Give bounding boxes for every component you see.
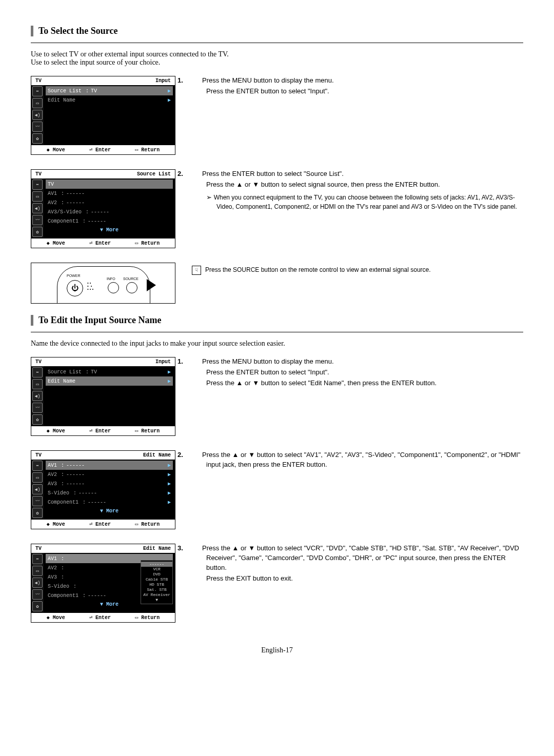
remote-label-power: POWER [67, 274, 80, 277]
osd-row-av2[interactable]: AV2:------ [46, 198, 173, 207]
osd-row-component1[interactable]: Component1:------ [46, 216, 173, 226]
step-text: Press the ▲ or ▼ button to select "AV1",… [202, 451, 520, 468]
foot-enter: Enter [95, 241, 111, 246]
osd-row-svideo[interactable]: S-Video:------▶ [46, 488, 173, 498]
osd-row-av1[interactable]: AV1:------ [46, 189, 173, 198]
section-intro: Use to select TV or other external input… [31, 50, 523, 67]
osd-row-tv[interactable]: TV [46, 180, 173, 189]
input-icon: ⬌ [32, 367, 43, 377]
divider [31, 43, 523, 43]
row-value: ------ [88, 500, 168, 505]
chevron-right-icon: ▶ [168, 499, 171, 505]
step-1c: Press the ▲ or ▼ button to select "Edit … [192, 379, 523, 388]
chevron-right-icon: ▶ [168, 471, 171, 478]
chevron-right-icon: ▶ [168, 462, 171, 468]
chevron-right-icon: ▶ [168, 378, 171, 384]
popup-item[interactable]: VCR [143, 567, 170, 572]
row-label: Component1 [48, 500, 81, 505]
step-1: 1.Press the MENU button to display the m… [192, 76, 523, 86]
setup-icon: ✿ [32, 227, 43, 237]
osd-more[interactable]: ▼ More [46, 226, 173, 234]
osd-row-edit-name[interactable]: Edit Name ▶ [46, 376, 173, 386]
sound-icon: ◀) [32, 578, 43, 588]
popup-item[interactable]: Sat. STB [143, 587, 170, 592]
osd-header-right: Edit Name [143, 452, 171, 458]
osd-source-list: TV Source List ⬌ ▭ ◀) 〰 ✿ TV AV1:------ [31, 169, 175, 248]
row-value: TV [91, 369, 168, 375]
osd-header-left: TV [35, 171, 42, 177]
popup-item[interactable]: AV Receiver [143, 592, 170, 598]
input-icon: ⬌ [32, 461, 43, 471]
popup-item[interactable]: ------ [141, 562, 172, 567]
osd-row-source-list[interactable]: Source List : TV ▶ [46, 367, 173, 376]
row-label: S-Video [48, 584, 71, 589]
step-1b: Press the ENTER button to select "Input"… [192, 87, 523, 96]
row-label: Source List [48, 369, 84, 375]
input-icon: ⬌ [32, 554, 43, 564]
osd-edit-name-popup: TV Edit Name ⬌ ▭ ◀) 〰 ✿ AV1: AV2: [31, 544, 175, 623]
input-icon: ⬌ [32, 180, 43, 190]
osd-footer: ◆ Move ⏎ Enter ▭ Return [31, 426, 175, 435]
divider [31, 332, 523, 332]
remote-dots: • •• •• • • [87, 282, 103, 292]
channel-icon: 〰 [32, 403, 43, 413]
section-title-edit-name: To Edit the Input Source Name [31, 315, 523, 326]
row-label: AV2 [48, 472, 59, 478]
osd-row-av3[interactable]: AV3:------▶ [46, 479, 173, 488]
popup-item[interactable]: Cable STB [143, 577, 170, 582]
row-label: Component1 [48, 593, 81, 599]
osd-header-right: Input [155, 359, 171, 365]
row-label: Source List [48, 88, 84, 94]
foot-return: Return [141, 522, 160, 527]
channel-icon: 〰 [32, 589, 43, 600]
intro-line-2: Use to select the input source of your c… [31, 58, 160, 66]
step-2b: Press the ▲ or ▼ button to select signal… [192, 180, 523, 190]
row-label: AV2 [48, 565, 59, 571]
section-intro-2: Name the device connected to the input j… [31, 340, 523, 348]
row-label: Edit Name [48, 379, 77, 384]
popup-item[interactable]: HD STB [143, 582, 170, 587]
remote-label-source: SOURCE [123, 277, 138, 281]
remote-icon: ☟ [192, 266, 201, 275]
osd-row-empty [46, 114, 173, 123]
foot-move: Move [53, 428, 65, 434]
osd-row-edit-name[interactable]: Edit Name ▶ [46, 95, 173, 105]
row-label: AV1 [48, 191, 59, 196]
remote-label-info: INFO [107, 277, 115, 281]
picture-icon: ▭ [32, 566, 43, 576]
row-label: Component1 [48, 218, 81, 224]
chevron-right-icon: ▶ [168, 88, 171, 94]
osd-row-component1[interactable]: Component1:------▶ [46, 498, 173, 507]
row-label: AV1 [48, 556, 59, 562]
osd-header-right: Source List [137, 171, 171, 177]
popup-more-icon[interactable]: ▼ [143, 598, 170, 603]
foot-return: Return [141, 241, 160, 246]
osd-row-av1[interactable]: AV1:------▶ [46, 461, 173, 470]
picture-icon: ▭ [32, 379, 43, 389]
osd-sidebar-icons: ⬌ ▭ ◀) 〰 ✿ [31, 178, 44, 238]
osd-row-source-list[interactable]: Source List : TV ▶ [46, 86, 173, 95]
foot-return: Return [141, 428, 160, 434]
step-2-note: When you connect equipment to the TV, yo… [192, 193, 523, 211]
foot-enter: Enter [95, 522, 111, 527]
osd-popup-name-list[interactable]: ------ VCR DVD Cable STB HD STB Sat. STB… [141, 560, 173, 604]
sound-icon: ◀) [32, 391, 43, 401]
sound-icon: ◀) [32, 110, 43, 120]
osd-footer: ◆ Move ⏎ Enter ▭ Return [31, 145, 175, 154]
osd-row-av3svideo[interactable]: AV3/S-Video:------ [46, 207, 173, 216]
popup-item[interactable]: DVD [143, 572, 170, 577]
osd-row-av2[interactable]: AV2:------▶ [46, 470, 173, 479]
chevron-right-icon: ▶ [168, 490, 171, 496]
picture-icon: ▭ [32, 472, 43, 483]
row-value: TV [91, 88, 168, 94]
setup-icon: ✿ [32, 601, 43, 611]
osd-more[interactable]: ▼ More [46, 507, 173, 515]
colon: : [84, 88, 91, 94]
channel-icon: 〰 [32, 122, 43, 132]
osd-sidebar-icons: ⬌ ▭ ◀) 〰 ✿ [31, 460, 44, 519]
setup-icon: ✿ [32, 508, 43, 518]
osd-footer: ◆ Move ⏎ Enter ▭ Return [31, 238, 175, 248]
osd-header-left: TV [35, 452, 42, 458]
osd-row-empty [46, 395, 173, 404]
osd-footer: ◆ Move ⏎ Enter ▭ Return [31, 519, 175, 529]
